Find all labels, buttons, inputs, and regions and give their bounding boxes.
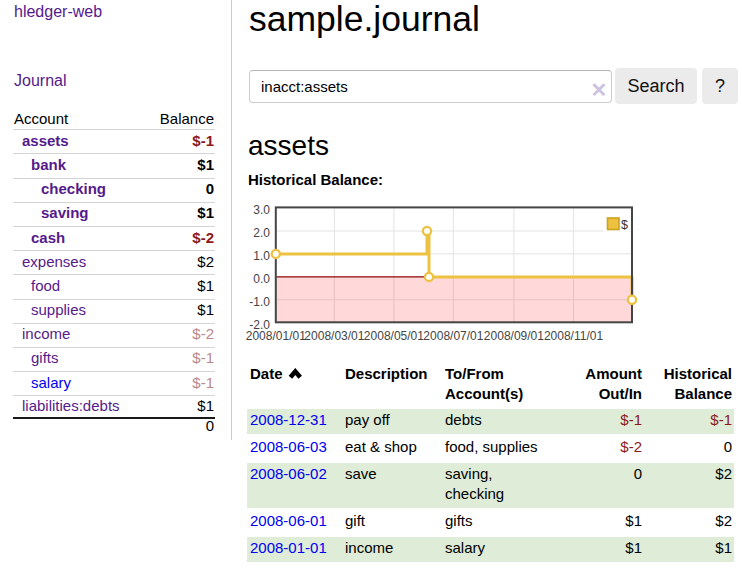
svg-text:2008/09/01: 2008/09/01: [484, 329, 544, 343]
svg-text:1.0: 1.0: [253, 249, 270, 263]
svg-text:2008/03/01: 2008/03/01: [304, 329, 364, 343]
svg-text:2008/01/01: 2008/01/01: [246, 329, 306, 343]
svg-text:$: $: [621, 218, 628, 232]
svg-text:2008/07/01: 2008/07/01: [423, 329, 483, 343]
svg-text:-1.0: -1.0: [249, 295, 270, 309]
svg-text:2008/05/01: 2008/05/01: [364, 329, 424, 343]
svg-text:2008/11/01: 2008/11/01: [544, 329, 603, 343]
svg-text:3.0: 3.0: [253, 203, 270, 217]
svg-text:2.0: 2.0: [253, 226, 270, 240]
svg-text:0.0: 0.0: [253, 272, 270, 286]
